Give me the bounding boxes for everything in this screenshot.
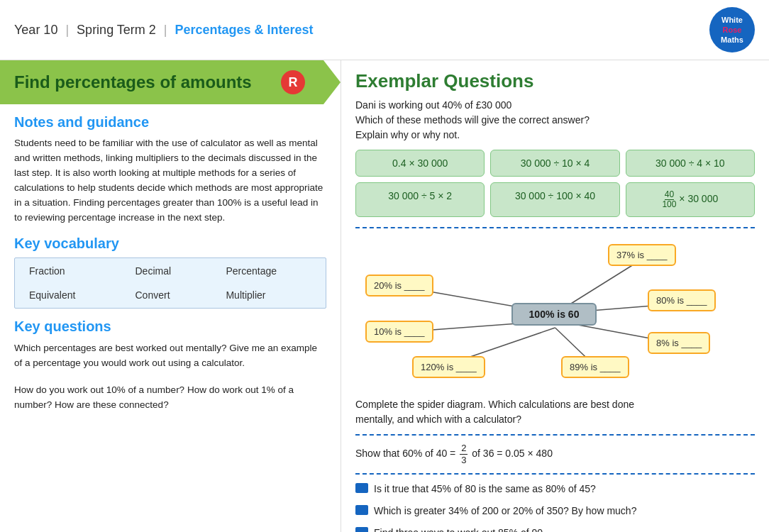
fraction-inline: 40 100	[662, 190, 676, 209]
wrm-maths: Maths	[721, 35, 743, 45]
vocab-row-1: Fraction Decimal Percentage	[16, 260, 324, 282]
vocab-multiplier: Multiplier	[213, 284, 324, 306]
page-title: Year 10 | Spring Term 2 | Percentages & …	[14, 23, 314, 38]
dashed-divider-1	[355, 227, 755, 228]
vocab-table: Fraction Decimal Percentage Equivalent C…	[14, 257, 326, 309]
spider-node-p89: 89% is ____	[561, 356, 629, 378]
show-that: Show that 60% of 40 = 2 3 of 36 = 0.05 ×…	[355, 443, 755, 465]
dashed-divider-2	[355, 434, 755, 436]
bullet-icon-3	[355, 527, 368, 532]
year-label: Year 10	[14, 23, 57, 37]
wrm-rose: Rose	[723, 25, 742, 35]
vocab-row-2: Equivalent Convert Multiplier	[16, 284, 324, 306]
bullet-q2: Which is greater 34% of 200 or 20% of 35…	[355, 504, 755, 519]
vocab-equivalent: Equivalent	[16, 284, 121, 306]
pipe1: |	[65, 23, 72, 37]
bullet-q3: Find three ways to work out 85% of 90	[355, 526, 755, 532]
spider-node-p10: 10% is ____	[365, 321, 433, 343]
green-boxes-grid: 0.4 × 30 000 30 000 ÷ 10 × 4 30 000 ÷ 4 …	[355, 150, 755, 217]
spider-node-p37: 37% is ____	[608, 244, 676, 266]
spider-node-p8: 8% is ____	[648, 332, 710, 354]
spider-center: 100% is 60	[511, 303, 597, 326]
intro-line2: Which of these methods will give the cor…	[355, 113, 755, 128]
wrm-logo: White Rose Maths	[709, 7, 755, 52]
fraction-box-suffix: × 30 000	[679, 193, 718, 204]
questions-text-1: Which percentages are best worked out me…	[14, 340, 326, 371]
spider-node-p20: 20% is ____	[365, 275, 433, 297]
main-container: Find percentages of amounts R Notes and …	[0, 60, 769, 532]
r-badge: R	[281, 70, 305, 94]
spider-caption: Complete the spider diagram. Which calcu…	[355, 397, 755, 427]
top-bar: Year 10 | Spring Term 2 | Percentages & …	[0, 0, 769, 60]
exemplar-intro: Dani is working out 40% of £30 000 Which…	[355, 98, 755, 143]
green-box-4: 30 000 ÷ 5 × 2	[355, 182, 485, 217]
questions-heading: Key questions	[14, 318, 326, 335]
vocab-fraction: Fraction	[16, 260, 121, 282]
bullet-icon-1	[355, 483, 368, 493]
topic-label: Percentages & Interest	[175, 23, 314, 37]
section-banner: Find percentages of amounts R	[0, 60, 341, 104]
green-box-3: 30 000 ÷ 4 × 10	[626, 150, 755, 177]
wrm-white: White	[721, 15, 743, 25]
bullet-icon-2	[355, 505, 368, 515]
intro-line3: Explain why or why not.	[355, 128, 755, 143]
fraction-numerator: 40	[665, 190, 674, 200]
vocab-heading: Key vocabulary	[14, 235, 326, 252]
banner-title: Find percentages of amounts	[14, 72, 252, 92]
spider-diagram: 100% is 60 37% is ____ 20% is ____ 80% i…	[355, 235, 755, 392]
exemplar-title: Exemplar Questions	[355, 70, 755, 92]
spider-node-p120: 120% is ____	[412, 356, 485, 378]
green-box-5: 30 000 ÷ 100 × 40	[490, 182, 619, 217]
bullet-q1: Is it true that 45% of 80 is the same as…	[355, 482, 755, 497]
pipe2: |	[164, 23, 171, 37]
fraction-denominator: 100	[662, 200, 676, 209]
spider-node-p80: 80% is ____	[648, 289, 716, 311]
notes-heading: Notes and guidance	[14, 114, 326, 131]
left-content: Notes and guidance Students need to be f…	[0, 104, 341, 423]
term-label: Spring Term 2	[77, 23, 156, 37]
vocab-decimal: Decimal	[123, 260, 212, 282]
right-panel: Exemplar Questions Dani is working out 4…	[341, 60, 769, 532]
left-panel: Find percentages of amounts R Notes and …	[0, 60, 341, 532]
show-that-fraction: 2 3	[460, 443, 468, 465]
notes-text: Students need to be familiar with the us…	[14, 136, 326, 226]
intro-line1: Dani is working out 40% of £30 000	[355, 98, 755, 113]
vocab-convert: Convert	[123, 284, 212, 306]
questions-text-2: How do you work out 10% of a number? How…	[14, 382, 326, 413]
green-box-2: 30 000 ÷ 10 × 4	[490, 150, 619, 177]
dashed-divider-3	[355, 473, 755, 475]
vocab-percentage: Percentage	[213, 260, 324, 282]
green-box-1: 0.4 × 30 000	[355, 150, 485, 177]
green-box-6: 40 100 × 30 000	[626, 182, 755, 217]
